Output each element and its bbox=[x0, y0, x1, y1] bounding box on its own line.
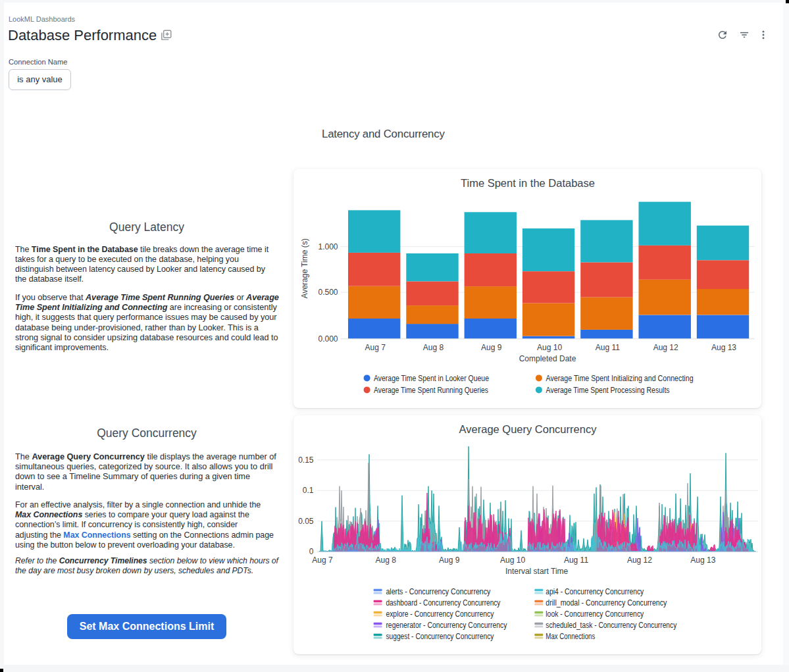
svg-text:Aug 11: Aug 11 bbox=[596, 343, 620, 352]
svg-text:alerts - Concurrency Concurren: alerts - Concurrency Concurrency bbox=[386, 587, 490, 596]
svg-text:Aug 13: Aug 13 bbox=[690, 556, 715, 565]
svg-text:Average Time Spent Initializin: Average Time Spent Initializing and Conn… bbox=[546, 374, 694, 383]
svg-text:0.500: 0.500 bbox=[318, 288, 338, 297]
svg-text:Aug 8: Aug 8 bbox=[423, 343, 444, 352]
svg-text:Aug 10: Aug 10 bbox=[500, 556, 525, 565]
svg-text:api4 - Concurrency Concurrency: api4 - Concurrency Concurrency bbox=[546, 587, 644, 596]
svg-text:Aug 12: Aug 12 bbox=[653, 343, 678, 352]
svg-text:look - Concurrency Concurrency: look - Concurrency Concurrency bbox=[546, 609, 644, 619]
svg-text:Aug 13: Aug 13 bbox=[711, 343, 736, 352]
svg-text:Aug 9: Aug 9 bbox=[439, 556, 460, 565]
svg-text:Average Time Spent Running Que: Average Time Spent Running Queries bbox=[374, 386, 488, 395]
svg-text:Interval start Time: Interval start Time bbox=[505, 567, 569, 576]
svg-text:Max Connections: Max Connections bbox=[546, 632, 595, 641]
svg-text:Aug 11: Aug 11 bbox=[564, 556, 588, 565]
svg-text:Completed Date: Completed Date bbox=[519, 354, 576, 363]
svg-text:drill_modal - Concurrency Conc: drill_modal - Concurrency Concurrency bbox=[546, 598, 667, 607]
svg-text:Average Time Spent Processing: Average Time Spent Processing Results bbox=[546, 386, 670, 395]
svg-text:Aug 10: Aug 10 bbox=[537, 343, 562, 352]
svg-text:Average Query Concurrency: Average Query Concurrency bbox=[459, 423, 598, 435]
svg-text:Aug 12: Aug 12 bbox=[627, 556, 652, 565]
svg-text:Time Spent in the Database: Time Spent in the Database bbox=[461, 177, 595, 189]
svg-text:dashboard - Concurrency Concur: dashboard - Concurrency Concurrency bbox=[386, 598, 500, 607]
svg-text:0.000: 0.000 bbox=[318, 334, 338, 344]
svg-text:0.15: 0.15 bbox=[298, 455, 314, 465]
svg-text:1.000: 1.000 bbox=[318, 242, 338, 251]
svg-text:0.1: 0.1 bbox=[303, 486, 314, 495]
svg-text:suggest - Concurrency Concurre: suggest - Concurrency Concurrency bbox=[386, 632, 494, 641]
svg-text:Aug 9: Aug 9 bbox=[481, 343, 502, 352]
svg-text:scheduled_task - Concurrency C: scheduled_task - Concurrency Concurrency bbox=[546, 621, 676, 630]
svg-text:Aug 7: Aug 7 bbox=[365, 343, 386, 352]
svg-text:0.05: 0.05 bbox=[298, 517, 314, 526]
svg-text:Average Time Spent in Looker Q: Average Time Spent in Looker Queue bbox=[374, 374, 489, 383]
svg-text:explore - Concurrency Concurre: explore - Concurrency Concurrency bbox=[386, 609, 494, 619]
svg-text:regenerator - Concurrency Conc: regenerator - Concurrency Concurrency bbox=[386, 621, 507, 630]
svg-text:Aug 8: Aug 8 bbox=[376, 556, 397, 565]
svg-text:Average Time (s): Average Time (s) bbox=[301, 238, 310, 298]
svg-text:Aug 7: Aug 7 bbox=[312, 556, 333, 565]
